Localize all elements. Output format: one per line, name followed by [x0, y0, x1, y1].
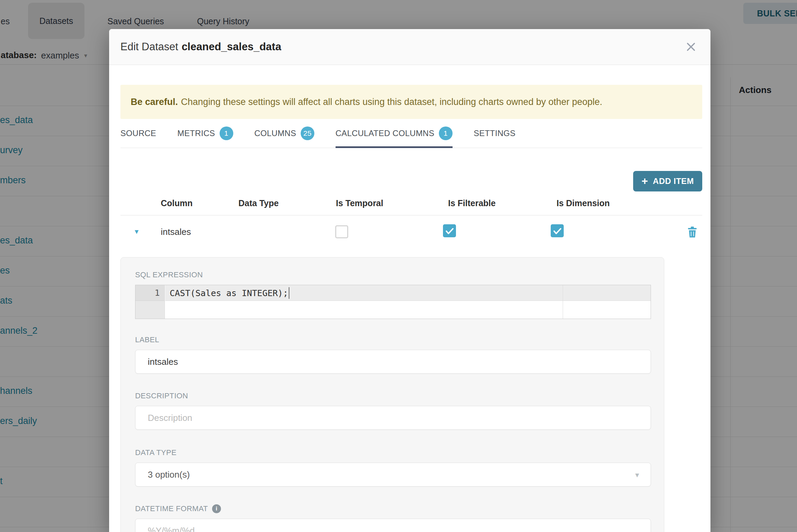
editor-gutter: 1	[135, 285, 165, 319]
columns-table-header: Column Data Type Is Temporal Is Filterab…	[120, 191, 702, 215]
label-field-label: LABEL	[135, 335, 650, 344]
tab-label: COLUMNS	[254, 129, 296, 138]
tab-columns[interactable]: COLUMNS 25	[254, 119, 314, 148]
calculated-columns-toolbar: + ADD ITEM	[120, 148, 702, 191]
tab-source[interactable]: SOURCE	[120, 119, 156, 148]
sql-editor[interactable]: 1 CAST(Sales as INTEGER);	[135, 285, 651, 319]
tab-count-badge: 25	[301, 127, 314, 140]
calculated-column-detail-panel: SQL EXPRESSION 1 CAST(Sales as INTEGER);…	[120, 257, 664, 532]
modal-body: Be careful. Changing these settings will…	[109, 85, 710, 532]
tab-count-badge: 1	[220, 127, 233, 140]
data-type-value: 3 option(s)	[148, 469, 190, 480]
data-type-field-label: DATA TYPE	[135, 448, 650, 457]
datetime-format-input[interactable]	[135, 519, 651, 532]
column-name: intsales	[153, 227, 238, 237]
data-type-select[interactable]: 3 option(s) ▼	[135, 463, 651, 487]
modal-title-prefix: Edit Dataset	[120, 41, 178, 53]
header-is-dimension: Is Dimension	[557, 198, 610, 208]
header-column: Column	[153, 198, 238, 208]
tab-settings[interactable]: SETTINGS	[474, 119, 515, 148]
dataset-name: cleaned_sales_data	[182, 41, 281, 53]
label-input[interactable]	[135, 350, 651, 374]
is-dimension-checkbox[interactable]	[551, 224, 564, 240]
tab-label: SETTINGS	[474, 129, 515, 138]
warning-text: Changing these settings will affect all …	[181, 97, 602, 107]
tab-label: SOURCE	[120, 129, 156, 138]
modal-header: Edit Datasetcleaned_sales_data	[109, 29, 710, 65]
plus-icon: +	[641, 175, 648, 186]
add-item-label: ADD ITEM	[653, 176, 694, 186]
close-icon[interactable]	[684, 40, 698, 54]
tab-calculated-columns[interactable]: CALCULATED COLUMNS 1	[336, 119, 453, 148]
sql-code-line: CAST(Sales as INTEGER);	[170, 285, 289, 301]
collapse-caret-icon[interactable]: ▼	[133, 228, 140, 236]
modal-tabs: SOURCE METRICS 1 COLUMNS 25 CALCULATED C…	[120, 119, 702, 148]
is-filterable-checkbox[interactable]	[443, 224, 456, 240]
datetime-format-label-text: DATETIME FORMAT	[135, 504, 208, 513]
calculated-column-row: ▼ intsales	[120, 215, 702, 248]
datetime-format-field-label: DATETIME FORMAT i	[135, 504, 650, 513]
delete-trash-icon[interactable]	[687, 226, 697, 238]
sql-expression-label: SQL EXPRESSION	[135, 270, 650, 279]
description-input[interactable]	[135, 406, 651, 430]
editor-print-margin	[563, 285, 563, 319]
tab-label: METRICS	[177, 129, 215, 138]
chevron-down-icon: ▼	[634, 471, 640, 479]
description-field-label: DESCRIPTION	[135, 391, 650, 400]
header-is-filterable: Is Filterable	[448, 198, 496, 208]
tab-metrics[interactable]: METRICS 1	[177, 119, 233, 148]
header-data-type: Data Type	[238, 198, 326, 208]
warning-banner: Be careful. Changing these settings will…	[120, 85, 702, 119]
tab-count-badge: 1	[439, 127, 453, 140]
info-icon[interactable]: i	[212, 504, 221, 513]
warning-bold: Be careful.	[131, 97, 178, 107]
is-temporal-checkbox[interactable]	[335, 225, 348, 238]
add-item-button[interactable]: + ADD ITEM	[633, 171, 702, 191]
header-is-temporal: Is Temporal	[336, 198, 383, 208]
modal-title: Edit Datasetcleaned_sales_data	[120, 41, 281, 53]
edit-dataset-modal: Edit Datasetcleaned_sales_data Be carefu…	[109, 29, 710, 532]
line-number: 1	[135, 285, 165, 301]
tab-label: CALCULATED COLUMNS	[336, 129, 434, 138]
sql-code: CAST(Sales as INTEGER);	[170, 288, 288, 298]
text-cursor	[289, 287, 289, 299]
